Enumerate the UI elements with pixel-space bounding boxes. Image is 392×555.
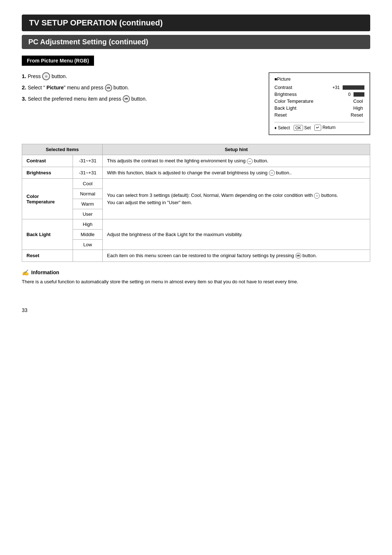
section-header: From Picture Menu (RGB) <box>22 56 94 66</box>
table-item-contrast: Contrast <box>22 155 73 167</box>
step-1-text: button. <box>52 73 67 79</box>
information-text: There is a useful function to automatica… <box>22 278 370 286</box>
table-row-backlight-high: Back Light High Adjust the brightness of… <box>22 219 370 230</box>
step-2-text-after: button. <box>114 85 129 90</box>
menu-button-icon: ⊙ <box>42 72 50 80</box>
step-3-text: Select the preferred menu item and press <box>28 96 122 102</box>
information-icon: ✍ <box>22 269 29 276</box>
table-item-reset: Reset <box>22 250 73 262</box>
content-row: 1. Press ⊙ button. 2. Select " Picture" … <box>22 72 370 135</box>
information-label: Information <box>31 270 59 275</box>
table-hint-color-temp: You can select from 3 settings (default)… <box>102 179 370 219</box>
ok-icon-reset: ok <box>295 253 301 259</box>
menu-value-backlight: High <box>353 105 363 111</box>
lr-arrow-contrast: ↔ <box>247 158 253 164</box>
table-hint-backlight: Adjust the brightness of the Back Light … <box>102 219 370 250</box>
page-number: 33 <box>22 307 370 313</box>
ok-button-icon-3: ok <box>123 95 130 102</box>
menu-item-contrast: Contrast +31 <box>274 84 364 91</box>
information-title: ✍ Information <box>22 269 370 276</box>
onscreen-menu: ■Picture Contrast +31 Brightness 0 Color… <box>269 72 370 135</box>
table-row-contrast: Contrast -31~+31 This adjusts the contra… <box>22 155 370 167</box>
onscreen-menu-title: ■Picture <box>274 77 364 82</box>
menu-value-brightness: 0 <box>348 92 351 97</box>
step-2-num: 2. <box>22 84 26 90</box>
table-sub-color-temp-cool: Cool <box>73 179 103 189</box>
lr-arrow-brightness: ↔ <box>269 170 275 176</box>
settings-table: Selected Items Setup hint Contrast -31~+… <box>22 144 370 262</box>
menu-label-color-temp: Color Temperature <box>274 98 313 104</box>
table-sub-backlight-low: Low <box>73 240 103 250</box>
table-item-backlight: Back Light <box>22 219 73 250</box>
sub-title: PC Adjustment Setting (continued) <box>22 35 370 49</box>
step-2: 2. Select " Picture" menu and press ok b… <box>22 84 258 92</box>
contrast-bar <box>343 85 364 90</box>
table-header-setup-hint: Setup hint <box>102 144 370 155</box>
table-item-brightness: Brightness <box>22 167 73 179</box>
step-1-num: 1. <box>22 73 26 79</box>
menu-item-reset: Reset Reset <box>274 112 364 118</box>
menu-value-contrast: +31 <box>332 85 340 90</box>
step-3: 3. Select the preferred menu item and pr… <box>22 95 258 103</box>
menu-nav-row: ♦ Select OK Set ↵ Return <box>274 122 364 131</box>
menu-value-reset: Reset <box>351 112 363 118</box>
table-row-color-temp-cool: Color Temperature Cool You can select fr… <box>22 179 370 189</box>
table-row-reset: Reset Each item on this menu screen can … <box>22 250 370 262</box>
step-3-text-after: button. <box>131 96 147 102</box>
table-header-selected-items: Selected Items <box>22 144 103 155</box>
return-nav-btn: ↵ <box>314 125 321 131</box>
table-hint-contrast: This adjusts the contrast to meet the li… <box>102 155 370 167</box>
menu-item-backlight: Back Light High <box>274 105 364 112</box>
menu-value-color-temp: Cool <box>353 98 363 104</box>
table-sub-color-temp-user: User <box>73 209 103 219</box>
lr-arrow-color-temp: ↔ <box>314 193 320 199</box>
table-sub-brightness: -31~+31 <box>73 167 103 179</box>
table-row-brightness: Brightness -31~+31 With this function, b… <box>22 167 370 179</box>
nav-set: OK Set <box>294 125 311 131</box>
menu-label-contrast: Contrast <box>274 85 292 90</box>
menu-label-reset: Reset <box>274 112 287 118</box>
table-hint-brightness: With this function, black is adjusted to… <box>102 167 370 179</box>
menu-item-color-temp: Color Temperature Cool <box>274 98 364 105</box>
table-sub-color-temp-warm: Warm <box>73 199 103 209</box>
ok-button-icon-2: ok <box>105 84 112 92</box>
information-section: ✍ Information There is a useful function… <box>22 269 370 286</box>
table-sub-contrast: -31~+31 <box>73 155 103 167</box>
menu-label-backlight: Back Light <box>274 105 297 111</box>
instructions: 1. Press ⊙ button. 2. Select " Picture" … <box>22 72 258 106</box>
brightness-bar <box>354 92 364 97</box>
table-hint-reset: Each item on this menu screen can be res… <box>102 250 370 262</box>
table-item-color-temp: Color Temperature <box>22 179 73 219</box>
ok-nav-btn: OK <box>294 125 303 131</box>
nav-return: ↵ Return <box>314 125 335 131</box>
main-title: TV SETUP OPERATION (continued) <box>22 15 370 31</box>
step-2-text: Select " Picture" menu and press <box>28 85 105 90</box>
menu-label-brightness: Brightness <box>274 92 297 97</box>
step-1: 1. Press ⊙ button. <box>22 72 258 81</box>
table-sub-color-temp-normal: Normal <box>73 189 103 199</box>
table-sub-backlight-middle: Middle <box>73 230 103 240</box>
table-sub-backlight-high: High <box>73 219 103 230</box>
table-sub-reset <box>73 250 103 262</box>
step-3-num: 3. <box>22 96 26 102</box>
nav-select: ♦ Select <box>274 125 290 130</box>
menu-item-brightness: Brightness 0 <box>274 91 364 98</box>
